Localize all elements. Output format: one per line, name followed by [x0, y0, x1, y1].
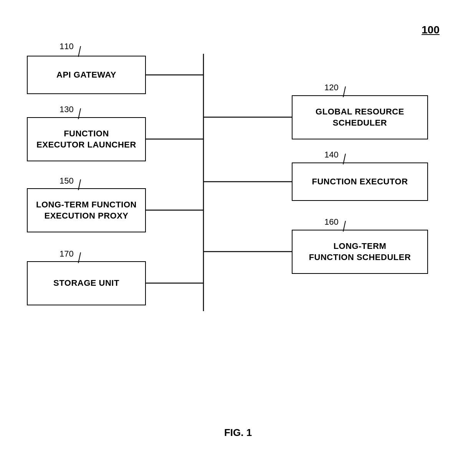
long-term-function-scheduler-box: LONG-TERM FUNCTION SCHEDULER — [292, 230, 428, 274]
storage-unit-box: STORAGE UNIT — [27, 261, 146, 305]
figure-caption: FIG. 1 — [224, 427, 252, 439]
svg-line-14 — [343, 221, 345, 232]
tick-130 — [77, 108, 84, 119]
ref-100: 100 — [421, 24, 440, 36]
ref-130: 130 — [60, 104, 74, 114]
svg-line-11 — [78, 252, 81, 263]
ref-150: 150 — [60, 176, 74, 186]
tick-110 — [77, 46, 84, 57]
diagram-container: 100 API GATEWAY 110 FUNCTION EXECUTOR LA… — [0, 0, 476, 474]
svg-line-13 — [343, 154, 345, 164]
svg-line-9 — [78, 108, 81, 119]
global-resource-scheduler-box: GLOBAL RESOURCE SCHEDULER — [292, 95, 428, 139]
long-term-execution-proxy-box: LONG-TERM FUNCTION EXECUTION PROXY — [27, 188, 146, 232]
ref-120: 120 — [324, 83, 339, 93]
function-executor-box: FUNCTION EXECUTOR — [292, 162, 428, 201]
api-gateway-box: API GATEWAY — [27, 56, 146, 94]
tick-150 — [77, 179, 84, 190]
svg-line-10 — [78, 179, 81, 190]
tick-160 — [342, 221, 349, 232]
tick-170 — [77, 252, 84, 263]
ref-170: 170 — [60, 249, 74, 259]
function-executor-launcher-box: FUNCTION EXECUTOR LAUNCHER — [27, 117, 146, 161]
ref-110: 110 — [60, 41, 74, 51]
tick-140 — [342, 154, 349, 164]
ref-140: 140 — [324, 150, 339, 160]
tick-120 — [342, 86, 349, 97]
ref-160: 160 — [324, 217, 339, 227]
svg-line-8 — [78, 46, 81, 57]
svg-line-12 — [343, 86, 345, 97]
